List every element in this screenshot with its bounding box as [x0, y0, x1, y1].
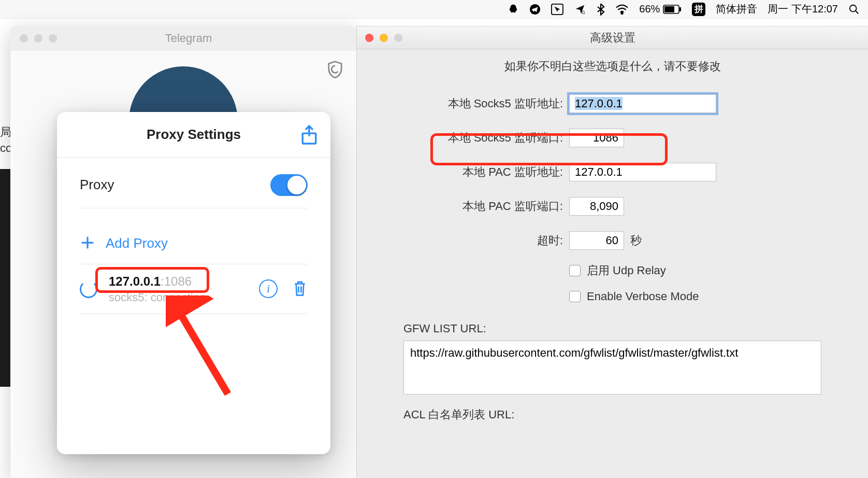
background-dark-bar	[0, 169, 11, 387]
spotlight-icon[interactable]	[848, 4, 860, 15]
share-button[interactable]	[300, 124, 318, 147]
svg-rect-6	[679, 7, 681, 11]
svg-point-7	[850, 5, 857, 11]
label-udp-relay: 启用 Udp Relay	[587, 263, 666, 278]
row-socks-port: 本地 Socks5 监听端口: 1086	[357, 121, 868, 155]
row-pac-addr: 本地 PAC 监听地址: 127.0.0.1	[357, 155, 868, 189]
plus-icon	[80, 235, 95, 252]
wifi-icon[interactable]	[615, 4, 629, 15]
ime-badge-icon[interactable]: 拼	[692, 3, 705, 16]
svg-rect-5	[664, 6, 674, 12]
cursor-box-icon[interactable]	[551, 4, 563, 15]
gfw-url-input[interactable]	[403, 341, 821, 395]
label-verbose: Enable Verbose Mode	[587, 290, 699, 303]
ime-name[interactable]: 简体拼音	[716, 2, 757, 16]
gfw-url-label: GFW LIST URL:	[403, 322, 821, 335]
menubar: G 66% 拼 简体拼音 周一 下午12:07	[0, 0, 868, 19]
checkbox-verbose[interactable]	[569, 291, 581, 302]
add-proxy-label: Add Proxy	[106, 235, 168, 251]
proxy-settings-modal: Proxy Settings Proxy Add Proxy 127.0.	[57, 112, 330, 454]
telegram-window: Telegram Proxy Settings Proxy Add Prox	[10, 26, 356, 478]
acl-url-label: ACL 白名单列表 URL:	[403, 407, 821, 423]
row-timeout: 超时: 60 秒	[357, 223, 868, 258]
traffic-max[interactable]	[49, 34, 57, 43]
proxy-item[interactable]: 127.0.0.1:1086 socks5: connecting i	[80, 264, 308, 314]
proxy-address: 127.0.0.1:1086	[109, 274, 206, 289]
input-socks-port[interactable]: 1086	[569, 129, 624, 147]
qq-icon[interactable]	[508, 4, 519, 15]
traffic-max[interactable]	[394, 34, 402, 42]
proxy-switch[interactable]	[270, 174, 308, 196]
ss-title: 高级设置	[357, 30, 868, 46]
telegram-titlebar[interactable]: Telegram	[10, 26, 356, 51]
input-pac-addr[interactable]: 127.0.0.1	[569, 163, 716, 181]
add-proxy-row[interactable]: Add Proxy	[80, 223, 308, 264]
input-timeout[interactable]: 60	[569, 231, 624, 250]
traffic-lights[interactable]	[20, 34, 57, 43]
telegram-icon[interactable]	[529, 4, 541, 15]
traffic-min[interactable]	[380, 34, 388, 42]
traffic-min[interactable]	[34, 34, 42, 43]
proxy-toggle-row: Proxy	[80, 162, 308, 208]
connecting-spinner-icon	[80, 280, 97, 298]
bluetooth-icon[interactable]	[597, 3, 605, 16]
input-socks-addr[interactable]: 127.0.0.1	[569, 94, 716, 113]
info-icon[interactable]: i	[259, 279, 278, 298]
timeout-unit: 秒	[630, 233, 642, 248]
trash-icon[interactable]	[292, 279, 308, 299]
shield-icon[interactable]	[326, 60, 344, 82]
advanced-settings-window: 高级设置 如果你不明白这些选项是什么，请不要修改 本地 Socks5 监听地址:…	[356, 26, 868, 478]
proxy-status: socks5: connecting	[109, 291, 206, 304]
traffic-close[interactable]	[20, 34, 28, 43]
label-socks-addr: 本地 Socks5 监听地址:	[357, 96, 569, 111]
battery-percent: 66%	[639, 3, 660, 15]
input-pac-port[interactable]: 8,090	[569, 197, 624, 216]
label-socks-port: 本地 Socks5 监听端口:	[357, 130, 569, 146]
clock[interactable]: 周一 下午12:07	[768, 2, 838, 16]
battery-status[interactable]: 66%	[639, 3, 682, 15]
telegram-title: Telegram	[57, 32, 320, 45]
proxy-label: Proxy	[80, 177, 270, 193]
label-pac-addr: 本地 PAC 监听地址:	[357, 164, 569, 180]
checkbox-udp-relay[interactable]	[569, 265, 581, 276]
row-verbose[interactable]: Enable Verbose Mode	[357, 284, 868, 310]
traffic-close[interactable]	[365, 34, 373, 42]
row-udp-relay[interactable]: 启用 Udp Relay	[357, 258, 868, 284]
svg-point-3	[621, 12, 623, 13]
background-text: 局 co	[0, 124, 11, 157]
label-timeout: 超时:	[357, 233, 569, 248]
row-socks-addr: 本地 Socks5 监听地址: 127.0.0.1	[357, 87, 868, 121]
svg-text:G: G	[582, 10, 585, 15]
location-icon[interactable]: G	[574, 4, 586, 15]
row-pac-port: 本地 PAC 监听端口: 8,090	[357, 189, 868, 223]
warning-text: 如果你不明白这些选项是什么，请不要修改	[357, 59, 868, 74]
ss-titlebar[interactable]: 高级设置	[357, 26, 868, 49]
label-pac-port: 本地 PAC 监听端口:	[357, 199, 569, 214]
modal-title: Proxy Settings	[147, 126, 241, 143]
modal-header: Proxy Settings	[57, 112, 330, 158]
